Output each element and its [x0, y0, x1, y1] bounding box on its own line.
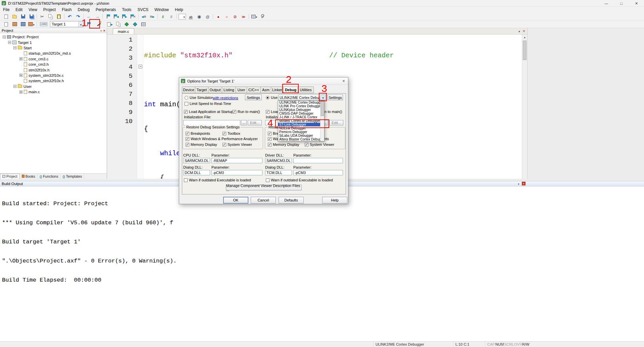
- open-file-icon[interactable]: [11, 13, 18, 20]
- panel-close-icon[interactable]: [522, 182, 526, 185]
- hw-warn-outdated-checkbox[interactable]: Warn if outdated Executable is loaded: [266, 178, 333, 182]
- new-file-icon[interactable]: [3, 13, 10, 20]
- menu-help[interactable]: Help: [172, 7, 186, 12]
- limit-speed-checkbox[interactable]: Limit Speed to Real-Time: [185, 102, 231, 106]
- dropdown-item[interactable]: SiLabs UDA Debugger: [278, 134, 324, 137]
- panel-close-icon[interactable]: [103, 28, 105, 33]
- close-button[interactable]: [629, 0, 644, 6]
- dialog-close-icon[interactable]: [341, 78, 346, 83]
- tab-utilities[interactable]: Utilities: [298, 86, 314, 93]
- enable-breakpoints-icon[interactable]: [240, 13, 247, 20]
- sim-warn-outdated-checkbox[interactable]: Warn if outdated Executable is loaded: [184, 178, 251, 182]
- insert-breakpoint-icon[interactable]: [215, 13, 222, 20]
- redo-icon[interactable]: [75, 13, 82, 20]
- menu-view[interactable]: View: [26, 7, 40, 12]
- tree-item-stm32f10x-h[interactable]: stm32f10x.h: [0, 67, 107, 72]
- tab-list-icon[interactable]: [518, 29, 520, 33]
- sim-toolbox-checkbox[interactable]: Toolbox: [222, 131, 240, 135]
- sim-dialog-dll-input[interactable]: [183, 170, 210, 175]
- save-icon[interactable]: [19, 13, 27, 20]
- sim-load-app-checkbox[interactable]: Load Application at Startup: [184, 110, 233, 114]
- hw-edit-button[interactable]: Edit...: [329, 120, 343, 125]
- tab-c-cpp[interactable]: C/C++: [247, 86, 261, 93]
- minimize-button[interactable]: [599, 0, 614, 6]
- tab-output[interactable]: Output: [208, 86, 222, 93]
- bookmark-next-icon[interactable]: [121, 13, 128, 20]
- build-icon[interactable]: [11, 21, 18, 27]
- hw-dialog-dll-input[interactable]: [265, 170, 292, 175]
- debug-windows-icon[interactable]: [251, 13, 258, 20]
- editor-scrollbar[interactable]: [522, 35, 527, 179]
- expand-icon[interactable]: [19, 74, 22, 77]
- tab-linker[interactable]: Linker: [271, 86, 284, 93]
- pin-icon[interactable]: [100, 28, 102, 33]
- comment-selection-icon[interactable]: [159, 13, 166, 20]
- menu-window[interactable]: Window: [151, 7, 172, 12]
- tree-item-user-group[interactable]: User: [0, 84, 107, 89]
- bookmark-previous-icon[interactable]: [113, 13, 120, 20]
- bookmark-toggle-icon[interactable]: [104, 13, 111, 20]
- uncomment-selection-icon[interactable]: [168, 13, 175, 20]
- fold-collapse-icon[interactable]: [139, 65, 142, 68]
- file-extensions-icon[interactable]: [106, 21, 113, 27]
- sim-browse-button[interactable]: ...: [241, 120, 247, 125]
- tab-templates[interactable]: Templates: [60, 174, 84, 179]
- tree-item-core-cm3-h[interactable]: core_cm3.h: [0, 62, 107, 67]
- cpu-parameter-input[interactable]: [211, 158, 262, 163]
- ok-button[interactable]: OK: [223, 197, 248, 204]
- target-select-combo[interactable]: Target 1: [50, 21, 84, 27]
- with-restrictions-link[interactable]: with restrictions: [213, 96, 238, 100]
- sim-memory-display-checkbox[interactable]: Memory Display: [186, 142, 217, 147]
- paste-icon[interactable]: [55, 13, 62, 20]
- scroll-up-icon[interactable]: [522, 35, 527, 40]
- tab-user[interactable]: User: [236, 86, 247, 93]
- dropdown-item[interactable]: Pemicro Debugger: [278, 130, 324, 134]
- menu-tools[interactable]: Tools: [119, 7, 135, 12]
- pack-installer-icon[interactable]: [132, 21, 139, 27]
- sim-edit-button[interactable]: Edit...: [248, 120, 262, 125]
- cpu-dll-input[interactable]: [183, 158, 210, 163]
- tree-item-system-h[interactable]: system_stm32f10x.h: [0, 78, 107, 83]
- collapse-icon[interactable]: [13, 46, 16, 49]
- tab-functions[interactable]: Functions: [38, 174, 61, 179]
- tree-item-system-c[interactable]: system_stm32f10x.c: [0, 73, 107, 78]
- scrollbar-thumb[interactable]: [321, 101, 324, 116]
- expand-icon[interactable]: [19, 57, 22, 60]
- use-simulator-radio[interactable]: Use Simulator: [185, 96, 213, 100]
- find-icon[interactable]: [187, 13, 194, 20]
- manage-rte-icon[interactable]: [123, 21, 130, 27]
- tree-item-core-cm3-c[interactable]: core_cm3.c: [0, 56, 107, 62]
- find-in-files-icon[interactable]: [196, 13, 203, 20]
- hw-system-viewer-checkbox[interactable]: System Viewer: [305, 142, 334, 147]
- configure-tools-icon[interactable]: [259, 13, 266, 20]
- software-packs-icon[interactable]: [140, 21, 147, 27]
- menu-project[interactable]: Project: [40, 7, 59, 12]
- tree-item-startup-s[interactable]: startup_stm32f10x_md.s: [0, 51, 107, 56]
- undo-icon[interactable]: [66, 13, 73, 20]
- navigate-forward-icon[interactable]: [94, 13, 101, 20]
- bookmark-clear-all-icon[interactable]: [130, 13, 137, 20]
- sim-system-viewer-checkbox[interactable]: System Viewer: [222, 142, 252, 147]
- batch-build-icon[interactable]: [28, 21, 35, 27]
- tree-item-target-1[interactable]: Target 1: [0, 40, 107, 45]
- incremental-find-icon[interactable]: [204, 13, 211, 20]
- rebuild-icon[interactable]: [19, 21, 27, 27]
- tab-target[interactable]: Target: [195, 86, 208, 93]
- find-text-combo[interactable]: [179, 14, 186, 19]
- cut-icon[interactable]: [39, 13, 46, 20]
- use-debugger-radio[interactable]: Use:: [266, 96, 279, 100]
- scrollbar-thumb[interactable]: [523, 41, 527, 60]
- menu-flash[interactable]: Flash: [59, 7, 75, 12]
- collapse-icon[interactable]: [3, 36, 6, 39]
- sim-init-file-input[interactable]: [183, 120, 240, 125]
- copy-icon[interactable]: [47, 13, 54, 20]
- tab-books[interactable]: Books: [20, 174, 38, 179]
- menu-edit[interactable]: Edit: [12, 7, 26, 12]
- cancel-button[interactable]: Cancel: [251, 197, 276, 204]
- collapse-icon[interactable]: [8, 41, 11, 44]
- menu-svcs[interactable]: SVCS: [135, 7, 152, 12]
- tree-item-start-group[interactable]: Start: [0, 45, 107, 51]
- dropdown-item[interactable]: Altera Blaster Cortex Debugger: [278, 137, 324, 141]
- menu-peripherals[interactable]: Peripherals: [93, 7, 119, 12]
- defaults-button[interactable]: Defaults: [279, 197, 304, 204]
